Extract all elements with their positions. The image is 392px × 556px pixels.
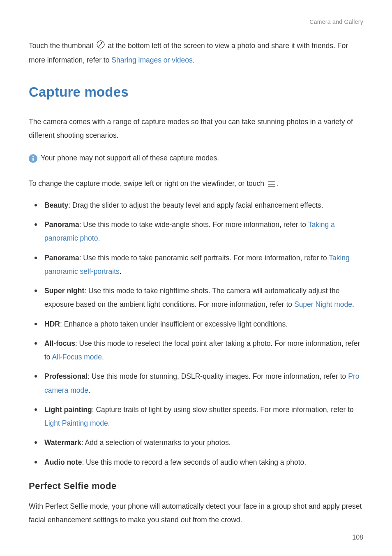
mode-label: Light painting: [44, 405, 92, 414]
change-mode-paragraph: To change the capture mode, swipe left o…: [29, 177, 363, 192]
bullet-icon: [35, 323, 37, 325]
list-item: Light painting: Capture trails of light …: [29, 403, 363, 431]
mode-link[interactable]: Light Painting mode: [44, 419, 108, 427]
sharing-link[interactable]: Sharing images or videos: [111, 56, 192, 64]
menu-icon: [267, 178, 276, 192]
intro-paragraph: Touch the thumbnail at the bottom left o…: [29, 39, 363, 67]
mode-label: Beauty: [44, 201, 68, 209]
list-item: Panorama: Use this mode to take wide-ang…: [29, 218, 363, 246]
mode-desc: : Add a selection of watermarks to your …: [81, 438, 231, 447]
breadcrumb: Camera and Gallery: [309, 19, 363, 25]
bullet-icon: [35, 441, 37, 444]
mode-label: Panorama: [44, 220, 79, 229]
mode-label: Panorama: [44, 254, 79, 262]
intro-before: Touch the thumbnail: [29, 42, 95, 50]
capture-modes-list: Beauty: Drag the slider to adjust the be…: [29, 199, 363, 469]
bullet-icon: [35, 290, 37, 292]
info-icon: [29, 154, 37, 167]
mode-link[interactable]: Super Night mode: [294, 300, 352, 308]
change-after: .: [277, 179, 279, 188]
intro-period: .: [193, 56, 195, 64]
bullet-icon: [35, 342, 37, 345]
list-item: Audio note: Use this mode to record a fe…: [29, 456, 363, 469]
mode-tail: .: [120, 267, 122, 276]
mode-tail: .: [98, 234, 100, 242]
lead-paragraph: The camera comes with a range of capture…: [29, 115, 363, 143]
svg-rect-4: [32, 158, 34, 161]
info-note-text: Your phone may not support all of these …: [41, 151, 219, 165]
section-title: Capture modes: [29, 79, 363, 105]
list-item: All-focus: Use this mode to reselect the…: [29, 337, 363, 364]
mode-label: All-focus: [44, 339, 75, 348]
list-item: Panorama: Use this mode to take panorami…: [29, 251, 363, 279]
list-item: HDR: Enhance a photo taken under insuffi…: [29, 317, 363, 331]
svg-point-3: [32, 156, 34, 158]
list-item: Professional: Use this mode for stunning…: [29, 370, 363, 397]
mode-desc: : Use this mode to record a few seconds …: [82, 458, 306, 466]
mode-tail: .: [88, 386, 90, 394]
info-note-row: Your phone may not support all of these …: [29, 151, 363, 167]
list-item: Super night: Use this mode to take night…: [29, 284, 363, 312]
bullet-icon: [35, 408, 37, 411]
list-item: Watermark: Add a selection of watermarks…: [29, 436, 363, 449]
mode-label: Professional: [44, 372, 88, 380]
mode-tail: .: [102, 353, 104, 361]
bullet-icon: [35, 461, 37, 463]
mode-desc: : Use this mode to take wide-angle shots…: [79, 220, 308, 229]
mode-desc: : Use this mode to take panoramic self p…: [79, 254, 329, 262]
mode-label: HDR: [44, 320, 60, 328]
mode-tail: .: [108, 419, 110, 427]
bullet-icon: [35, 223, 37, 226]
mode-label: Super night: [44, 287, 84, 295]
mode-label: Watermark: [44, 438, 81, 447]
subsection-title: Perfect Selfie mode: [29, 477, 363, 495]
list-item: Beauty: Drag the slider to adjust the be…: [29, 199, 363, 212]
change-before: To change the capture mode, swipe left o…: [29, 179, 266, 188]
mode-tail: .: [352, 300, 354, 308]
selfie-paragraph: With Perfect Selfie mode, your phone wil…: [29, 500, 363, 527]
mode-link[interactable]: All-Focus mode: [52, 353, 102, 361]
page-header: Camera and Gallery: [29, 16, 363, 28]
mode-label: Audio note: [44, 458, 82, 466]
mode-desc: : Enhance a photo taken under insufficie…: [60, 320, 288, 328]
bullet-icon: [35, 257, 37, 259]
mode-desc: : Drag the slider to adjust the beauty l…: [68, 201, 323, 209]
bullet-icon: [35, 375, 37, 378]
page-number: 108: [352, 531, 363, 544]
bullet-icon: [35, 204, 37, 206]
mode-desc: : Use this mode for stunning, DSLR-quali…: [88, 372, 348, 380]
mode-desc: : Capture trails of light by using slow …: [92, 405, 354, 414]
thumbnail-share-icon: [96, 40, 105, 53]
